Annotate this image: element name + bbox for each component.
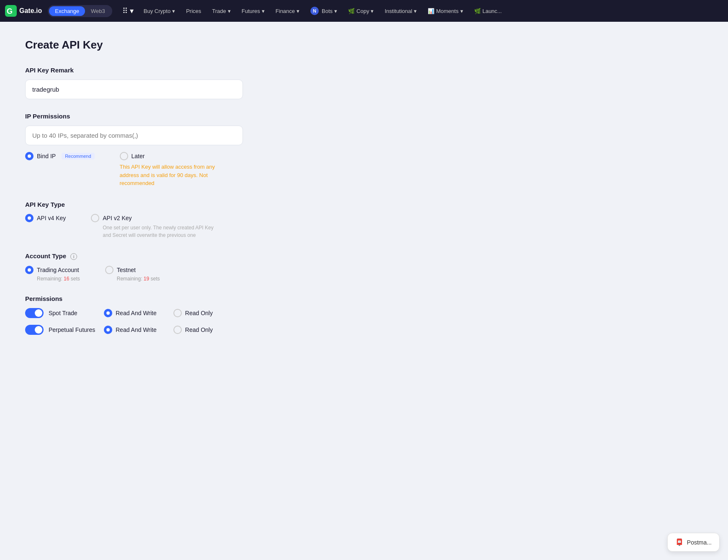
tab-web3[interactable]: Web3 [85, 6, 111, 16]
nav-copy[interactable]: 🌿 Copy ▾ [344, 8, 378, 14]
testnet-radio-circle [105, 266, 114, 274]
copy-leaf-icon: 🌿 [348, 8, 355, 14]
nav-prices[interactable]: Prices [182, 8, 205, 14]
moments-icon: 📊 [428, 8, 434, 14]
account-type-info-icon[interactable]: i [70, 253, 77, 260]
spot-trade-label: Spot Trade [49, 310, 99, 316]
api-key-remark-input[interactable] [25, 80, 243, 99]
perp-read-only-radio[interactable]: Read Only [173, 326, 213, 334]
api-v4-radio[interactable]: API v4 Key [25, 214, 66, 222]
bind-ip-radio-circle [25, 152, 34, 160]
nav-tabs: Exchange Web3 [48, 5, 112, 17]
api-v2-radio[interactable]: API v2 Key [91, 214, 220, 222]
spot-read-only-radio[interactable]: Read Only [173, 309, 213, 317]
trading-account-label: Trading Account [37, 267, 79, 273]
api-key-remark-label: API Key Remark [25, 67, 352, 74]
bind-ip-label: Bind IP [37, 153, 56, 159]
account-type-section: Account Type i Trading Account Remaining… [25, 252, 352, 282]
perp-read-only-label: Read Only [185, 326, 213, 333]
perp-read-only-circle [173, 326, 182, 334]
postman-label: Postma... [687, 539, 712, 546]
nav-buy-crypto[interactable]: Buy Crypto ▾ [139, 8, 179, 14]
api-v2-description: One set per user only. The newly created… [103, 224, 220, 239]
svg-text:G: G [7, 7, 13, 15]
trading-account-radio[interactable]: Trading Account [25, 266, 80, 274]
ip-permissions-input[interactable] [25, 126, 243, 145]
nav-trade[interactable]: Trade ▾ [208, 8, 235, 14]
recommend-badge: Recommend [62, 153, 94, 159]
spot-read-write-radio[interactable]: Read And Write [104, 309, 157, 317]
api-v2-radio-circle [91, 214, 99, 222]
testnet-radio[interactable]: Testnet [105, 266, 160, 274]
bots-icon: N [310, 7, 319, 15]
account-type-label: Account Type i [25, 252, 352, 260]
later-warning: This API Key will allow access from any … [120, 163, 220, 188]
api-v4-label: API v4 Key [37, 215, 66, 221]
testnet-remaining-count: 19 [144, 276, 149, 282]
testnet-group: Testnet Remaining: 19 sets [105, 266, 160, 282]
api-key-type-section: API Key Type API v4 Key API v2 Key One s… [25, 201, 352, 239]
later-label: Later [132, 153, 145, 159]
perpetual-futures-toggle[interactable] [25, 325, 44, 335]
api-key-type-label: API Key Type [25, 201, 352, 208]
trading-account-group: Trading Account Remaining: 16 sets [25, 266, 80, 282]
testnet-label: Testnet [117, 267, 136, 273]
later-radio-circle [120, 152, 128, 160]
nav-apps-icon[interactable]: ⠿ ▾ [119, 6, 137, 15]
bind-ip-radio[interactable]: Bind IP Recommend [25, 152, 95, 160]
spot-trade-options: Read And Write Read Only [104, 309, 213, 317]
spot-read-write-label: Read And Write [116, 310, 157, 316]
ip-permissions-label: IP Permissions [25, 113, 352, 120]
permissions-label: Permissions [25, 295, 352, 302]
nav-logo[interactable]: G Gate.io [5, 5, 42, 17]
trading-account-radio-circle [25, 266, 34, 274]
nav-bots[interactable]: N Bots ▾ [306, 7, 341, 15]
account-type-radio-group: Trading Account Remaining: 16 sets Testn… [25, 266, 352, 282]
main-content: Create API Key API Key Remark IP Permiss… [0, 22, 377, 365]
page-title: Create API Key [25, 39, 352, 51]
spot-read-only-circle [173, 309, 182, 317]
nav-moments[interactable]: 📊 Moments ▾ [423, 8, 467, 14]
trading-remaining: Remaining: 16 sets [37, 276, 80, 282]
ip-permissions-section: IP Permissions Bind IP Recommend Later T… [25, 113, 352, 188]
logo-text: Gate.io [19, 7, 42, 15]
api-key-type-radio-group: API v4 Key API v2 Key One set per user o… [25, 214, 352, 239]
spot-trade-row: Spot Trade Read And Write Read Only [25, 308, 352, 318]
postman-button[interactable]: 📮 Postma... [667, 533, 720, 552]
api-key-remark-section: API Key Remark [25, 67, 352, 99]
launch-leaf-icon: 🌿 [474, 8, 481, 14]
nav-futures[interactable]: Futures ▾ [238, 8, 269, 14]
nav-institutional[interactable]: Institutional ▾ [380, 8, 421, 14]
navbar: G Gate.io Exchange Web3 ⠿ ▾ Buy Crypto ▾… [0, 0, 728, 22]
tab-exchange[interactable]: Exchange [49, 6, 85, 16]
testnet-remaining: Remaining: 19 sets [117, 276, 160, 282]
perp-read-write-label: Read And Write [116, 326, 157, 333]
perpetual-futures-row: Perpetual Futures Read And Write Read On… [25, 325, 352, 335]
api-v4-radio-circle [25, 214, 34, 222]
perpetual-futures-label: Perpetual Futures [49, 326, 99, 333]
permissions-section: Permissions Spot Trade Read And Write Re… [25, 295, 352, 335]
api-v2-label: API v2 Key [103, 215, 132, 221]
ip-radio-group: Bind IP Recommend Later This API Key wil… [25, 152, 352, 188]
spot-read-only-label: Read Only [185, 310, 213, 316]
perp-read-write-radio[interactable]: Read And Write [104, 326, 157, 334]
perpetual-futures-options: Read And Write Read Only [104, 326, 213, 334]
spot-read-write-circle [104, 309, 112, 317]
nav-finance[interactable]: Finance ▾ [271, 8, 304, 14]
later-radio[interactable]: Later [120, 152, 220, 160]
trading-remaining-count: 16 [64, 276, 69, 282]
postman-icon: 📮 [675, 538, 684, 546]
spot-trade-toggle[interactable] [25, 308, 44, 318]
nav-launch[interactable]: 🌿 Launc... [470, 8, 506, 14]
perp-read-write-circle [104, 326, 112, 334]
later-group: Later This API Key will allow access fro… [120, 152, 220, 188]
api-v2-group: API v2 Key One set per user only. The ne… [91, 214, 220, 239]
